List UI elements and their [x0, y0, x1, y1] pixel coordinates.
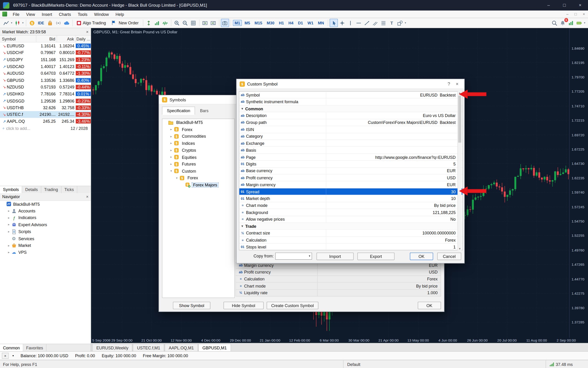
- child-minimize-button[interactable]: –: [563, 10, 571, 18]
- trendline-icon[interactable]: [363, 19, 371, 27]
- market-watch-row[interactable]: ↗USDJPY151.168151.269-1.23%: [0, 56, 91, 63]
- ide-button[interactable]: IDE: [36, 19, 46, 27]
- symbol-tree-item-commodities[interactable]: ▸$Commodities: [162, 133, 234, 140]
- property-row-description[interactable]: abDescriptionEuro vs US Dollar: [239, 112, 462, 119]
- property-row-market-depth[interactable]: 01Market depth10: [239, 195, 462, 202]
- property-value[interactable]: 10: [326, 196, 462, 201]
- navigator-item-vps[interactable]: ▸☁VPS: [0, 249, 91, 256]
- chevron-closed-icon[interactable]: ▸: [169, 148, 173, 152]
- market-watch-tab-symbols[interactable]: Symbols: [0, 186, 22, 193]
- property-value[interactable]: No: [326, 217, 462, 221]
- column-header-daily[interactable]: Daily ...: [76, 37, 91, 41]
- hide-symbol-button[interactable]: Hide Symbol: [223, 302, 264, 309]
- show-symbol-button[interactable]: Show Symbol: [173, 302, 210, 309]
- tick-chart-icon[interactable]: [161, 19, 169, 27]
- menu-view[interactable]: View: [23, 10, 38, 18]
- time-axis[interactable]: 5 Sep 200829 Sep 00:0021 Oct 00:0012 Nov…: [91, 338, 588, 343]
- pane-right-icon[interactable]: [209, 19, 217, 27]
- market-watch-tab-trading[interactable]: Trading: [41, 186, 61, 193]
- crosshair-icon[interactable]: [338, 19, 346, 27]
- market-watch-row[interactable]: ↘GBPUSD1.335361.336860.40%: [0, 77, 91, 84]
- new-order-button[interactable]: New Order: [109, 19, 141, 27]
- volumes-icon[interactable]: [153, 19, 161, 27]
- property-value[interactable]: EUR: [326, 183, 462, 187]
- property-row-basis[interactable]: abBasis: [239, 147, 462, 154]
- property-value[interactable]: 121,188,225: [326, 210, 462, 215]
- chevron-open-icon[interactable]: ▾: [175, 176, 179, 180]
- fibonacci-icon[interactable]: [379, 19, 387, 27]
- chart-tab-gbpusd-m1[interactable]: GBPUSD,M1: [198, 344, 231, 351]
- property-row-stops-level[interactable]: 01Stops level1: [239, 244, 462, 250]
- grid-icon[interactable]: [189, 19, 197, 27]
- menu-file[interactable]: File: [9, 10, 23, 18]
- zoom-in-icon[interactable]: [173, 19, 181, 27]
- horizontal-line-icon[interactable]: [354, 19, 363, 27]
- symbol-tree-item-blackbull-mt5[interactable]: BlackBull-MT5: [162, 119, 234, 126]
- channel-icon[interactable]: [371, 19, 379, 27]
- symbol-tree-item-forex-majors[interactable]: $Forex Majors: [162, 181, 234, 188]
- property-value[interactable]: EUR: [326, 169, 462, 173]
- search-icon[interactable]: [550, 19, 558, 27]
- property-value[interactable]: EURUSD_Backtest: [326, 93, 462, 97]
- navigator-tab-common[interactable]: Common: [0, 344, 23, 351]
- navigator-item-expert-advisors[interactable]: ▸Expert Advisors: [0, 221, 91, 228]
- navigator-item-accounts[interactable]: ▸Accounts: [0, 208, 91, 214]
- chart-type-icon[interactable]: [13, 19, 21, 27]
- property-row-calculation[interactable]: ≡CalculationForex: [239, 237, 462, 244]
- property-value[interactable]: 5: [326, 162, 462, 166]
- export-button[interactable]: Export: [357, 253, 395, 260]
- property-value[interactable]: USD: [326, 176, 462, 180]
- property-row-exchange[interactable]: abExchange: [239, 140, 462, 147]
- property-row-group-path[interactable]: abGroup pathCustom\Forex\Forex Majors\EU…: [239, 119, 462, 126]
- section-header-trade[interactable]: ▾Trade: [239, 223, 462, 230]
- property-row-margin-currency[interactable]: abMargin currencyEUR: [239, 181, 462, 188]
- property-row-allow-negative-prices[interactable]: ≡Allow negative pricesNo: [239, 216, 462, 223]
- symbol-tree-item-forex[interactable]: ▾$Forex: [162, 175, 234, 181]
- menu-charts[interactable]: Charts: [55, 10, 74, 18]
- specification-row[interactable]: ≡CalculationForex: [235, 276, 441, 283]
- column-header-sym[interactable]: Symbol: [0, 36, 36, 42]
- timeframe-w1-button[interactable]: W1: [306, 20, 315, 26]
- timeframe-m1-button[interactable]: M1: [233, 20, 242, 26]
- specification-row[interactable]: ½Liquidity rate1.000: [235, 290, 441, 296]
- toolbox-close-button[interactable]: ×: [2, 353, 9, 359]
- cursor-icon[interactable]: [330, 19, 338, 27]
- market-watch-close-icon[interactable]: ×: [86, 29, 89, 34]
- property-row-contract-size[interactable]: ½Contract size100000.00000000: [239, 230, 462, 237]
- timeframe-d1-button[interactable]: D1: [296, 20, 305, 26]
- import-button[interactable]: Import: [317, 253, 354, 260]
- close-button[interactable]: ×: [572, 0, 588, 10]
- property-value[interactable]: Custom\Forex\Forex Majors\EURUSD_Backtes…: [326, 120, 462, 125]
- property-value[interactable]: 1: [326, 245, 462, 249]
- chevron-closed-icon[interactable]: ▸: [7, 223, 11, 226]
- market-watch-column-header[interactable]: SymbolBidAskDaily ...: [0, 36, 91, 42]
- vertical-line-icon[interactable]: [346, 19, 354, 27]
- property-value[interactable]: Euro vs US Dollar: [326, 113, 462, 118]
- property-value[interactable]: 100000.00000000: [326, 231, 462, 235]
- chevron-closed-icon[interactable]: ▸: [7, 209, 11, 213]
- property-row-background[interactable]: ≡Background121,188,225: [239, 209, 462, 216]
- symbols-tab-specification[interactable]: Specification: [162, 107, 195, 115]
- minimize-button[interactable]: –: [541, 0, 557, 10]
- child-close-button[interactable]: ×: [580, 10, 588, 18]
- new-chart-icon[interactable]: [2, 19, 10, 27]
- timeframe-h4-button[interactable]: H4: [287, 20, 295, 26]
- chevron-closed-icon[interactable]: ▸: [7, 244, 11, 247]
- algo-trading-button[interactable]: Algo Trading: [74, 19, 109, 27]
- symbols-ok-button[interactable]: OK: [418, 302, 441, 309]
- autoscale-icon[interactable]: [145, 19, 153, 27]
- market-watch-tab-details[interactable]: Details: [22, 186, 41, 193]
- symbols-dollar-icon[interactable]: $: [28, 19, 36, 27]
- property-row-profit-currency[interactable]: abProfit currencyUSD: [239, 175, 462, 181]
- symbol-tree-item-indices[interactable]: ▸$Indices: [162, 140, 234, 147]
- property-row-symbol[interactable]: abSymbolEURUSD_Backtest: [239, 92, 462, 98]
- menu-tools[interactable]: Tools: [74, 10, 91, 18]
- property-row-synthetic-instrument-formula[interactable]: abSynthetic instrument formula: [239, 98, 462, 105]
- chevron-open-icon[interactable]: ▾: [169, 169, 173, 173]
- market-watch-row[interactable]: ↘AUDUSD0.647030.64772-1.30%: [0, 70, 91, 77]
- grid-scrollbar[interactable]: ▲ ▼: [458, 91, 462, 250]
- pane-left-icon[interactable]: [201, 19, 209, 27]
- cancel-button[interactable]: Cancel: [437, 253, 461, 260]
- section-header-common[interactable]: ▾Common: [239, 105, 462, 112]
- scrollbar-thumb[interactable]: [458, 96, 461, 143]
